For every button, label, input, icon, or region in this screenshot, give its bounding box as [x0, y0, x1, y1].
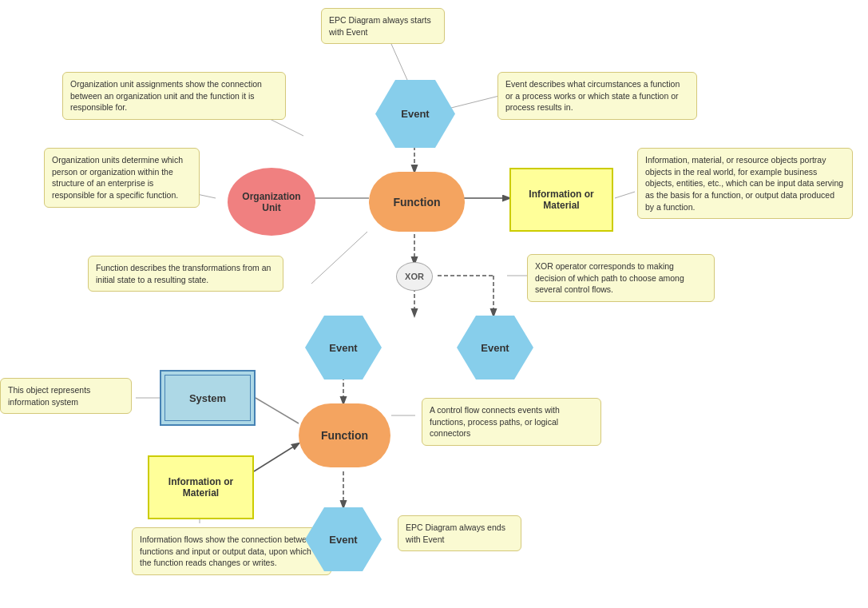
callout-function-describes: Function describes the transformations f…: [88, 256, 283, 292]
callout-org-assignment: Organization unit assignments show the c…: [62, 72, 286, 120]
org-unit-shape: Organization Unit: [228, 168, 315, 236]
callout-info-flows: Information flows show the connection be…: [132, 527, 331, 575]
diagram-container: EPC Diagram always starts with Event Eve…: [0, 0, 868, 608]
callout-xor: XOR operator corresponds to making decis…: [527, 254, 715, 302]
callout-ends-with-event: EPC Diagram always ends with Event: [398, 515, 521, 551]
function-shape-2: Function: [299, 403, 390, 467]
function-shape-1: Function: [369, 172, 465, 232]
xor-shape: XOR: [396, 262, 433, 291]
event-shape-1: Event: [375, 80, 455, 148]
callout-system: This object represents information syste…: [0, 378, 132, 414]
system-shape: System: [160, 370, 256, 426]
info-material-shape-2: Information or Material: [148, 455, 254, 519]
svg-line-11: [254, 443, 299, 471]
event-shape-3: Event: [457, 316, 533, 380]
callout-info-material: Information, material, or resource objec…: [637, 148, 853, 219]
svg-line-16: [615, 192, 635, 198]
info-material-shape-1: Information or Material: [509, 168, 613, 232]
svg-line-0: [391, 44, 407, 80]
svg-line-10: [256, 398, 299, 423]
event-shape-2: Event: [305, 316, 382, 380]
callout-control-flow: A control flow connects events with func…: [422, 398, 601, 446]
callout-event-describes: Event describes what circumstances a fun…: [497, 72, 697, 120]
callout-org-determine: Organization units determine which perso…: [44, 148, 200, 208]
callout-starts-with-event: EPC Diagram always starts with Event: [321, 8, 445, 44]
svg-line-17: [311, 232, 367, 284]
